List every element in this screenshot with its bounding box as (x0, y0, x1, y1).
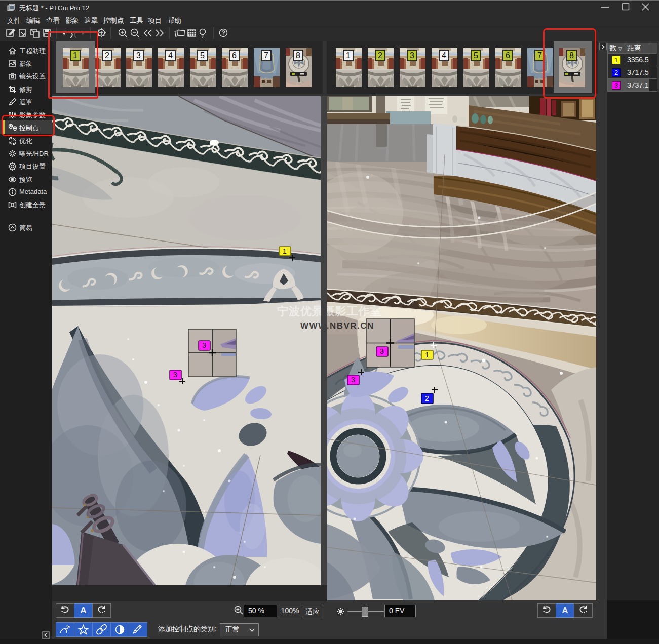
svg-text:3: 3 (173, 371, 177, 379)
svg-text:3: 3 (380, 347, 384, 355)
svg-text:1: 1 (283, 247, 287, 255)
svg-text:2: 2 (425, 394, 429, 402)
svg-text:3: 3 (202, 341, 206, 349)
svg-text:3: 3 (351, 376, 355, 384)
svg-text:1: 1 (425, 351, 429, 359)
